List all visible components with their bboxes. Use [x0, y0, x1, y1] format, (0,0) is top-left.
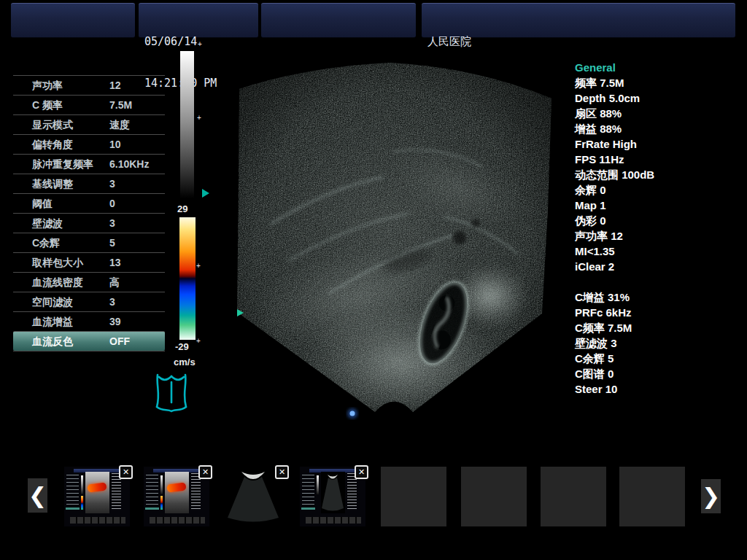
thumbnail-sector-2[interactable]: ✕	[300, 467, 365, 526]
info-line-steer: Steer 10	[575, 381, 743, 397]
info-line-mi: MI<1.35	[575, 244, 743, 259]
thumbnail-empty-slot	[381, 467, 446, 526]
thumbnail-empty-slot	[541, 467, 606, 526]
thumbnail-empty-slot	[619, 467, 685, 526]
top-bar: 05/06/14 14:21:00 PM 人民医院 L14-5/38	[0, 3, 747, 38]
color-doppler-bar	[179, 217, 196, 340]
mini-highlight-row	[301, 508, 315, 510]
preset-label: General	[575, 60, 743, 75]
thumbnail-doppler-2[interactable]: ✕	[144, 467, 209, 526]
info-line-frequency: 频率 7.5M	[575, 75, 743, 90]
thumbnail-sector-1[interactable]: ✕	[220, 467, 286, 526]
mini-highlight-row	[145, 508, 159, 510]
color-params-menu: 声功率12 C 频率7.5M 显示模式速度 偏转角度10 脉冲重复频率6.10K…	[13, 75, 165, 351]
info-line-gain: 增益 88%	[575, 121, 743, 136]
depth-tick: +	[196, 338, 201, 345]
mini-image	[85, 472, 109, 513]
param-row-baseline[interactable]: 基线调整3	[13, 174, 165, 193]
close-icon[interactable]: ✕	[355, 465, 368, 479]
mini-graybar	[317, 475, 319, 494]
param-row-prf[interactable]: 脉冲重复频率6.10KHz	[13, 154, 165, 174]
thumbnail-empty-slot	[461, 467, 527, 526]
param-row-acoustic-power[interactable]: 声功率12	[13, 75, 165, 95]
prev-thumbnails-button[interactable]: ❮	[28, 478, 47, 513]
mini-image	[165, 472, 189, 513]
info-line-prfc: PRFc 6kHz	[575, 305, 743, 320]
info-line-c-persistence: C余辉 5	[575, 351, 743, 366]
mini-colorbar	[160, 496, 163, 510]
info-line-acoustic-power: 声功率 12	[575, 228, 743, 244]
info-line-fps: FPS 11Hz	[575, 152, 743, 167]
info-line-dynamic-range: 动态范围 100dB	[575, 167, 743, 182]
gray-map-pointer-icon	[202, 189, 209, 198]
depth-tick: +	[197, 114, 201, 122]
probe-orientation-dot	[350, 411, 355, 416]
depth-tick: +	[196, 262, 201, 270]
info-line-depth: Depth 5.0cm	[575, 90, 743, 106]
depth-tick: +	[198, 41, 202, 48]
mini-graybar	[160, 475, 163, 494]
info-line-persistence: 余辉 0	[575, 182, 743, 198]
mini-thumb-strip	[306, 517, 361, 524]
param-row-spatial-filter[interactable]: 空间滤波3	[13, 292, 165, 311]
datetime-display: 05/06/14 14:21:00 PM	[139, 3, 258, 38]
close-icon[interactable]: ✕	[275, 465, 289, 479]
mini-left-text	[302, 475, 314, 509]
param-row-c-persistence[interactable]: C余辉5	[13, 233, 165, 252]
param-row-color-invert-selected[interactable]: 血流反色OFF	[13, 331, 165, 351]
ultrasound-app-screen: 05/06/14 14:21:00 PM 人民医院 L14-5/38 声功率12…	[0, 0, 747, 560]
mini-left-text	[66, 475, 79, 509]
mini-thumb-strip	[70, 517, 125, 524]
info-line-c-map: C图谱 0	[575, 366, 743, 381]
mini-image	[321, 472, 345, 513]
velocity-max-label: 29	[177, 203, 187, 214]
mini-colorbar	[81, 496, 83, 510]
info-line-map: Map 1	[575, 198, 743, 213]
param-row-c-frequency[interactable]: C 频率7.5M	[13, 95, 165, 114]
patient-field	[11, 3, 135, 38]
exam-id-field	[261, 3, 416, 38]
mini-doppler-flow	[166, 482, 186, 492]
velocity-min-label: -29	[175, 341, 189, 352]
param-row-display-mode[interactable]: 显示模式速度	[13, 114, 165, 134]
mini-graybar	[81, 475, 83, 494]
param-row-line-density[interactable]: 血流线密度高	[13, 272, 165, 292]
param-row-color-gain[interactable]: 血流增益39	[13, 311, 165, 331]
info-line-iclear: iClear 2	[575, 259, 743, 274]
close-icon[interactable]: ✕	[198, 465, 212, 479]
info-line-frrate: FrRate High	[575, 136, 743, 152]
info-line-c-gain: C增益 31%	[575, 289, 743, 305]
info-line-c-frequency: C频率 7.5M	[575, 320, 743, 335]
mini-thumb-strip	[150, 517, 205, 524]
body-marker-icon[interactable]	[150, 370, 193, 419]
info-line-wall-filter: 壁滤波 3	[575, 335, 743, 351]
hospital-probe-display: 人民医院 L14-5/38	[422, 3, 735, 38]
param-row-steer-angle[interactable]: 偏转角度10	[13, 134, 165, 154]
info-line-tint: 伪彩 0	[575, 213, 743, 228]
param-row-packet-size[interactable]: 取样包大小13	[13, 252, 165, 272]
param-row-threshold[interactable]: 阈值0	[13, 193, 165, 213]
next-thumbnails-button[interactable]: ❯	[701, 479, 721, 513]
grayscale-bar	[180, 51, 194, 198]
mini-highlight-row	[66, 508, 80, 510]
date-text: 05/06/14	[144, 35, 217, 49]
param-row-wall-filter[interactable]: 壁滤波3	[13, 213, 165, 233]
ultrasound-image[interactable]	[219, 42, 562, 429]
ultrasound-tissue	[219, 42, 562, 429]
mini-doppler-flow	[87, 482, 107, 492]
thumbnail-doppler-1[interactable]: ✕	[64, 467, 130, 526]
close-icon[interactable]: ✕	[119, 465, 133, 479]
velocity-unit-label: cm/s	[174, 357, 196, 368]
mini-left-text	[146, 475, 158, 509]
info-line-sector: 扇区 88%	[575, 106, 743, 121]
image-info-panel: General 频率 7.5M Depth 5.0cm 扇区 88% 增益 88…	[575, 60, 743, 397]
